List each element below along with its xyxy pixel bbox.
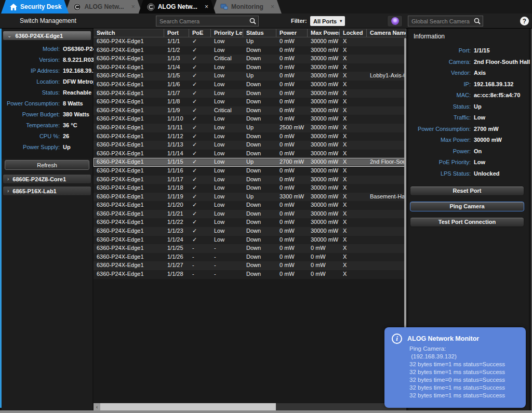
column-header-priority-level[interactable]: Priority Level	[211, 29, 243, 37]
tab-label: Monitoring	[231, 3, 263, 10]
scrollbar-thumb[interactable]	[100, 403, 276, 410]
table-row-port-1-1-24[interactable]: 6360-P24X-Edge11/1/24✓LowDown0 mW30000 m…	[94, 236, 406, 245]
table-cell: 30000 mW	[308, 176, 340, 184]
table-row-port-1-1-9[interactable]: 6360-P24X-Edge11/1/9✓CriticalDown0 mW300…	[94, 106, 406, 115]
table-cell: 0 mW	[276, 63, 308, 72]
search-icon[interactable]	[471, 18, 483, 24]
chevron-right-icon: ›	[7, 188, 9, 194]
sidebar-item-switch-2[interactable]: ›6860E-P24Z8-Core1	[3, 174, 91, 184]
switch-details: Model:OS6360-P24XVersion:8.9.221.R03IP A…	[2, 41, 92, 159]
close-icon[interactable]: ×	[205, 3, 208, 10]
table-row-port-1-1-21[interactable]: 6360-P24X-Edge11/1/21✓LowDown0 mW30000 m…	[94, 210, 406, 219]
table-cell: 30000 mW	[308, 158, 340, 167]
table-cell: 6360-P24X-Edge1	[94, 176, 164, 184]
table-cell: 1/1/2	[164, 46, 189, 55]
table-row-port-1-1-14[interactable]: 6360-P24X-Edge11/1/14✓LowDown0 mW30000 m…	[94, 150, 406, 158]
column-header-camera-name[interactable]: Camera Name	[367, 29, 406, 37]
table-row-port-1-1-4[interactable]: 6360-P24X-Edge11/1/4✓LowDown0 mW30000 mW…	[94, 63, 406, 72]
table-cell: 30000 mW	[308, 72, 340, 81]
table-cell: Up	[243, 124, 276, 132]
table-row-port-1-1-23[interactable]: 6360-P24X-Edge11/1/23✓LowDown0 mW30000 m…	[94, 227, 406, 236]
table-cell	[367, 55, 406, 63]
table-row-port-1-1-2[interactable]: 6360-P24X-Edge11/1/2✓LowDown0 mW30000 mW…	[94, 46, 406, 55]
table-cell: ✓	[189, 115, 211, 124]
table-cell: 0 mW	[276, 72, 308, 81]
table-cell: X	[340, 106, 367, 115]
table-cell: Low	[211, 167, 243, 176]
field-label: LPS Status:	[408, 170, 471, 177]
search-icon[interactable]	[247, 18, 258, 24]
field-row: PoE Priority:Low	[408, 159, 526, 165]
table-row-port-1-1-13[interactable]: 6360-P24X-Edge11/1/13✓LowDown0 mW30000 m…	[94, 141, 406, 150]
ping-camera-button[interactable]: Ping Camera	[410, 202, 524, 211]
table-row-port-1-1-27[interactable]: 6360-P24X-Edge11/1/27--Down0 mW0 mWX	[94, 261, 406, 270]
table-row-port-1-1-8[interactable]: 6360-P24X-Edge11/1/8✓LowDown0 mW30000 mW…	[94, 98, 406, 106]
search-camera-input[interactable]: Search Camera	[156, 16, 259, 26]
table-cell: 30000 mW	[308, 81, 340, 89]
field-label: PoE Priority:	[408, 159, 471, 165]
column-header-locked[interactable]: Locked	[340, 29, 367, 37]
table-cell: ✓	[189, 218, 211, 227]
column-header-port[interactable]: Port	[164, 29, 189, 37]
table-row-port-1-1-12[interactable]: 6360-P24X-Edge11/1/12✓LowDown0 mW30000 m…	[94, 132, 406, 141]
tab-alog-netw[interactable]: ALOG Netw...×	[139, 0, 216, 14]
table-row-port-1-1-17[interactable]: 6360-P24X-Edge11/1/17✓LowDown0 mW30000 m…	[94, 176, 406, 184]
table-row-port-1-1-6[interactable]: 6360-P24X-Edge11/1/6✓LowDown0 mW30000 mW…	[94, 81, 406, 89]
tab-alog-netw[interactable]: ALOG Netw...×	[65, 0, 142, 14]
table-row-port-1-1-22[interactable]: 6360-P24X-Edge11/1/22✓LowDown0 mW30000 m…	[94, 218, 406, 227]
field-label: Power Consumption:	[2, 100, 60, 106]
notification-toast[interactable]: i ALOG Network Monitor Ping Camera: (192…	[384, 327, 526, 408]
table-row-port-1-1-1[interactable]: 6360-P24X-Edge11/1/1✓LowUp0 mW30000 mWX	[94, 37, 406, 46]
horizontal-scrollbar[interactable]: ‹	[94, 403, 406, 410]
alog-monitor-button[interactable]	[387, 15, 403, 27]
tab-monitoring[interactable]: Monitoring×	[212, 0, 282, 14]
refresh-button[interactable]: Refresh	[5, 160, 89, 170]
table-cell: 1/1/24	[164, 236, 189, 245]
column-header-power[interactable]: Power	[276, 29, 308, 37]
tab-security-desk[interactable]: Security Desk	[1, 0, 69, 14]
column-header-status[interactable]: Status	[243, 29, 276, 37]
close-icon[interactable]: ×	[271, 3, 274, 10]
table-row-port-1-1-28[interactable]: 6360-P24X-Edge11/1/28--Down0 mW0 mWX	[94, 270, 406, 279]
table-row-port-1-1-7[interactable]: 6360-P24X-Edge11/1/7✓LowDown0 mW30000 mW…	[94, 89, 406, 98]
sidebar-item-switch-3[interactable]: ›6865-P16X-Lab1	[3, 186, 91, 196]
table-row-port-1-1-5[interactable]: 6360-P24X-Edge11/1/5✓LowUp0 mW30000 mWXL…	[94, 72, 406, 81]
table-row-port-1-1-19[interactable]: 6360-P24X-Edge11/1/19✓LowUp3300 mW30000 …	[94, 193, 406, 202]
table-row-port-1-1-10[interactable]: 6360-P24X-Edge11/1/10✓LowDown0 mW30000 m…	[94, 115, 406, 124]
reset-port-button[interactable]: Reset Port	[410, 186, 524, 196]
table-row-port-1-1-18[interactable]: 6360-P24X-Edge11/1/18✓LowDown0 mW30000 m…	[94, 184, 406, 193]
table-cell: Low	[211, 115, 243, 124]
table-cell: Low	[211, 150, 243, 158]
filter-dropdown[interactable]: All Ports ▾	[310, 16, 345, 26]
table-row-port-1-1-20[interactable]: 6360-P24X-Edge11/1/20✓LowDown0 mW30000 m…	[94, 201, 406, 210]
table-cell: 6360-P24X-Edge1	[94, 124, 164, 132]
table-row-port-1-1-16[interactable]: 6360-P24X-Edge11/1/16✓LowDown0 mW30000 m…	[94, 167, 406, 176]
column-header-max-power[interactable]: Max Power	[308, 29, 340, 37]
table-cell: Down	[243, 115, 276, 124]
table-cell	[367, 253, 406, 262]
field-value: 30000 mW	[474, 137, 502, 143]
sidebar-item-switch-1[interactable]: ⌄ 6360-P24X-Edge1	[3, 31, 91, 41]
table-cell: 1/1/9	[164, 106, 189, 115]
table-row-port-1-1-11[interactable]: 6360-P24X-Edge11/1/11✓LowUp2500 mW30000 …	[94, 124, 406, 132]
table-row-port-1-1-26[interactable]: 6360-P24X-Edge11/1/26--Down0 mW0 mWX	[94, 253, 406, 262]
table-cell: 30000 mW	[308, 106, 340, 115]
table-row-port-1-1-15[interactable]: 6360-P24X-Edge11/1/15✓LowUp2700 mW30000 …	[94, 158, 406, 167]
table-cell: 6360-P24X-Edge1	[94, 210, 164, 219]
table-row-port-1-1-3[interactable]: 6360-P24X-Edge11/1/3✓CriticalDown0 mW300…	[94, 55, 406, 63]
column-header-switch[interactable]: Switch	[94, 29, 164, 37]
table-cell: Down	[243, 201, 276, 210]
chevron-down-icon: ▾	[340, 19, 342, 23]
close-icon[interactable]: ×	[131, 3, 135, 10]
scroll-left-arrow-icon[interactable]: ‹	[94, 403, 100, 410]
global-search-input[interactable]: Global Search Camera	[408, 16, 483, 26]
table-cell: X	[340, 46, 367, 55]
field-label: Vendor:	[408, 70, 471, 76]
column-header-poe[interactable]: PoE	[189, 29, 211, 37]
field-row: Status:Up	[408, 103, 526, 110]
test-port-connection-button[interactable]: Test Port Connection	[410, 217, 524, 227]
help-icon[interactable]: ?	[520, 17, 529, 25]
table-cell: Low	[211, 132, 243, 141]
table-cell	[367, 227, 406, 236]
table-row-port-1-1-25[interactable]: 6360-P24X-Edge11/1/25--Down0 mW0 mWX	[94, 244, 406, 253]
